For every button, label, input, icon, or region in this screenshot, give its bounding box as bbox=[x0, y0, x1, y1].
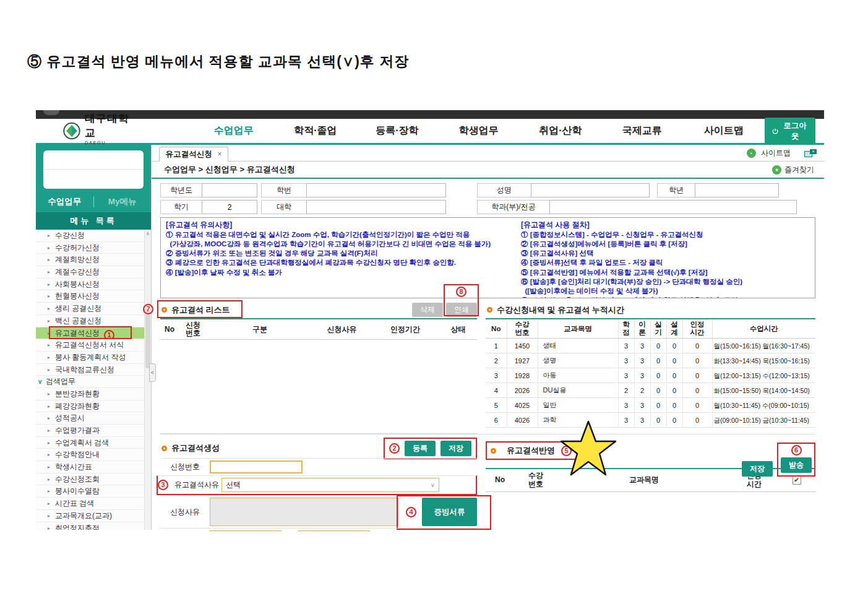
sidebar-item[interactable]: ▸수강신청조회 bbox=[36, 473, 144, 486]
reason-type-label: 유고결석사유 bbox=[172, 480, 221, 490]
period-end-field[interactable]: ▦ bbox=[298, 530, 370, 532]
sidebar-item-absence-application[interactable]: ▸유고결석신청1 bbox=[36, 327, 144, 340]
sidebar-item[interactable]: ▸국내학점교류신청 bbox=[36, 364, 144, 376]
sidebar-item[interactable]: ▸봉사 활동계획서 작성 bbox=[36, 352, 144, 364]
tab-absence-application[interactable]: 유고결석신청 × bbox=[159, 147, 228, 162]
notice-line: ⑤ [유고결석반영] 메뉴에서 적용할 교과목 선택(√)후 [저장] bbox=[521, 268, 810, 277]
sidebar-item[interactable]: ▸사회봉사신청 bbox=[36, 279, 144, 291]
print-button[interactable]: 인쇄 bbox=[446, 303, 477, 317]
sitemap-link[interactable]: 사이트맵 bbox=[761, 148, 791, 158]
register-button[interactable]: 등록 bbox=[405, 441, 436, 456]
sidebar-item[interactable]: ▸폐강강좌현황 bbox=[36, 400, 144, 413]
course-credit-section: 수강신청내역 및 유고결석 누적시간 No 수강 번호 교과목명 학 점 이 론… bbox=[486, 302, 815, 434]
evidence-documents-button[interactable]: 증빙서류 bbox=[422, 498, 477, 526]
cell-no: 1 bbox=[486, 339, 507, 353]
arrow-icon: ▸ bbox=[48, 290, 50, 303]
notice-line: ④ [발송]이후 날짜 수정 및 취소 불가 bbox=[166, 268, 516, 277]
select-all-checkbox[interactable]: ✔ bbox=[793, 476, 801, 485]
sidebar-item[interactable]: ▸생리 공결신청 bbox=[36, 303, 144, 315]
sidebar: 수업업무 My메뉴 메뉴 목록 ▸수강신청 ▸수강허가신청 ▸계절희망신청 ▸계… bbox=[36, 145, 151, 530]
scrollbar-thumb[interactable] bbox=[145, 309, 150, 368]
arrow-icon: ▸ bbox=[48, 400, 50, 413]
cell-theory: 3 bbox=[634, 368, 650, 383]
nav-item-sitemap[interactable]: 사이트맵 bbox=[683, 124, 765, 137]
cell-class-time: 화(15:00~15:50) 목(14:00~14:50) bbox=[712, 383, 815, 398]
cell-practice: 0 bbox=[650, 339, 666, 353]
favorite-link[interactable]: 즐겨찾기 bbox=[784, 165, 814, 175]
period-start-field[interactable]: ▦ bbox=[210, 530, 281, 532]
delete-button[interactable]: 삭제 bbox=[412, 303, 443, 317]
nav-item-career-industry[interactable]: 취업·산학 bbox=[520, 124, 601, 137]
college-label: 대학 bbox=[261, 200, 307, 214]
sidebar-item[interactable]: ▸계절수강신청 bbox=[36, 266, 144, 279]
arrow-icon: ▸ bbox=[48, 315, 50, 327]
sidebar-item[interactable]: ▸백신 공결신청 bbox=[36, 315, 144, 327]
cell-practice: 0 bbox=[650, 353, 666, 368]
logout-button[interactable]: 로그아웃 bbox=[765, 118, 815, 145]
tab-close-icon[interactable]: × bbox=[217, 150, 221, 158]
sidebar-item[interactable]: ▸시간표 검색 bbox=[36, 498, 144, 510]
empty-apply-body bbox=[486, 491, 815, 532]
grade-field[interactable] bbox=[695, 183, 779, 197]
sidebar-item[interactable]: ▸취업정지추적 bbox=[36, 522, 144, 530]
menu-list-title: 메뉴 목록 bbox=[36, 212, 151, 230]
nav-item-international[interactable]: 국제교류 bbox=[601, 124, 683, 137]
sidebar-item-label: 헌혈봉사신청 bbox=[55, 292, 100, 300]
chevron-down-icon: ∨ bbox=[431, 482, 435, 488]
cell-course-no: 1927 bbox=[507, 353, 538, 368]
nav-item-classwork[interactable]: 수업업무 bbox=[193, 124, 275, 137]
window-popout-icon[interactable]: × bbox=[804, 149, 817, 157]
name-field[interactable] bbox=[531, 183, 650, 197]
sidebar-item[interactable]: ▸유고결석신청서 서식 bbox=[36, 339, 144, 352]
nav-item-registration-scholarship[interactable]: 등록·장학 bbox=[356, 124, 438, 137]
sidebar-item-label: 시간표 검색 bbox=[55, 499, 94, 508]
absence-create-section: 유고결석생성 2 등록 저장 신청번호 3 bbox=[160, 440, 477, 532]
arrow-icon: ▸ bbox=[48, 522, 50, 530]
sidebar-item[interactable]: ▸학생시간표 bbox=[36, 461, 144, 473]
section-bullet-icon bbox=[487, 307, 492, 313]
arrow-icon: ▸ bbox=[48, 412, 50, 425]
semester-field[interactable] bbox=[202, 200, 257, 214]
reason-type-select[interactable]: 선택 ∨ bbox=[221, 478, 439, 492]
send-button[interactable]: 발송 bbox=[781, 457, 812, 473]
column-header: 설 계 bbox=[666, 319, 682, 339]
scroll-up-icon[interactable]: ∧ bbox=[145, 230, 151, 238]
table-row: 54025일반33000월(10:30~11:45) 수(09:00~10:15… bbox=[486, 398, 815, 413]
college-field[interactable] bbox=[306, 200, 446, 214]
sidebar-collapse-handle[interactable]: < bbox=[149, 363, 156, 382]
sidebar-item-label: 폐강강좌현황 bbox=[55, 402, 100, 410]
callout-4: 4 bbox=[406, 507, 416, 517]
sidebar-item[interactable]: ▸헌혈봉사신청 bbox=[36, 290, 144, 303]
arrow-icon: ▸ bbox=[48, 461, 50, 473]
student-id-field[interactable] bbox=[306, 183, 446, 197]
sidebar-item[interactable]: ▸수업계획서 검색 bbox=[36, 437, 144, 449]
sidebar-item-label: 성적공시 bbox=[55, 413, 85, 422]
sidebar-item[interactable]: ▸수강신청 bbox=[36, 230, 144, 242]
sidebar-item[interactable]: ▸성적공시 bbox=[36, 412, 144, 425]
main-nav: 수업업무 학적·졸업 등록·장학 학생업무 취업·산학 국제교류 사이트맵 bbox=[193, 124, 765, 137]
sidebar-item[interactable]: ▸계절희망신청 bbox=[36, 254, 144, 266]
sitemap-icon: ▪ bbox=[747, 149, 756, 158]
sidebar-item[interactable]: ▸교과목개요(교과) bbox=[36, 510, 144, 522]
apply-reason-textarea[interactable] bbox=[210, 498, 398, 526]
sidebar-tab-classwork[interactable]: 수업업무 bbox=[36, 196, 93, 207]
sidebar-section-search[interactable]: ∨검색업무 bbox=[36, 376, 144, 388]
apply-no-field[interactable] bbox=[210, 460, 303, 473]
apply-save-button[interactable]: 저장 bbox=[742, 461, 773, 477]
major-field[interactable] bbox=[549, 200, 797, 214]
save-button[interactable]: 저장 bbox=[440, 441, 471, 456]
nav-item-student-affairs[interactable]: 학생업무 bbox=[438, 124, 520, 137]
sidebar-tab-mymenu[interactable]: My메뉴 bbox=[93, 196, 152, 207]
course-table-title: 수강신청내역 및 유고결석 누적시간 bbox=[497, 305, 624, 316]
sidebar-item[interactable]: ▸봉사이수열람 bbox=[36, 485, 144, 498]
section-bullet-icon bbox=[161, 446, 167, 451]
sidebar-item[interactable]: ▸분반강좌현황 bbox=[36, 388, 144, 400]
cell-theory: 3 bbox=[634, 353, 650, 368]
sidebar-item[interactable]: ▸수업평가결과 bbox=[36, 425, 144, 437]
cell-no: 5 bbox=[486, 398, 507, 413]
sidebar-item[interactable]: ▸수강허가신청 bbox=[36, 242, 144, 254]
nav-item-records-graduation[interactable]: 학적·졸업 bbox=[275, 124, 356, 137]
sidebar-item[interactable]: ▸수강학점안내 bbox=[36, 449, 144, 461]
year-field[interactable] bbox=[202, 183, 257, 197]
table-row: 11450생태33000월(15:00~16:15) 월(16:30~17:45… bbox=[486, 339, 815, 353]
